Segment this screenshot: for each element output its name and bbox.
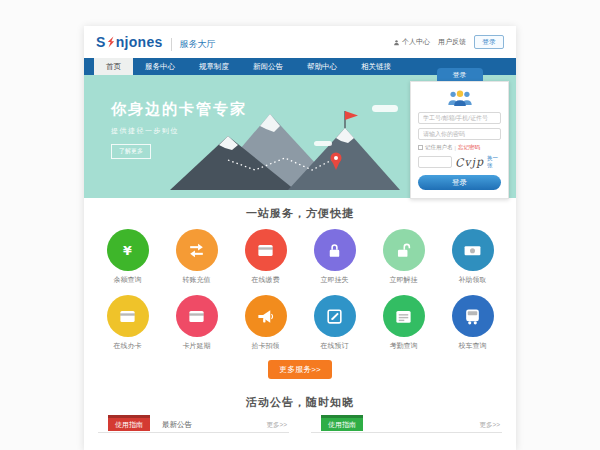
service-icon-circle[interactable]: [452, 295, 494, 337]
service-icon-circle[interactable]: [314, 295, 356, 337]
logo[interactable]: S njones 服务大厅: [96, 34, 216, 51]
panel-header: 使用指南 更多>>: [311, 419, 502, 433]
service-icon-circle[interactable]: [107, 295, 149, 337]
more-services-button[interactable]: 更多服务>>: [268, 360, 331, 379]
site-name: 服务大厅: [171, 38, 216, 51]
service-icon-circle[interactable]: [383, 295, 425, 337]
cloud: [314, 141, 332, 146]
service-icon: [118, 241, 137, 260]
hero-title: 你身边的卡管专家: [111, 100, 247, 119]
service-label: 校车查询: [438, 341, 507, 351]
service-label: 立即挂失: [300, 275, 369, 285]
lightning-icon: [107, 36, 115, 48]
username-input[interactable]: [418, 112, 501, 124]
panel-ribbon-tab[interactable]: 使用指南: [108, 415, 150, 431]
service-label: 立即解挂: [369, 275, 438, 285]
nav-item[interactable]: 帮助中心: [295, 58, 349, 75]
panel-body: [98, 433, 289, 450]
more-link[interactable]: 更多>>: [266, 421, 287, 430]
service-icon: [256, 307, 275, 326]
service-label: 在线办卡: [93, 341, 162, 351]
nav-item[interactable]: 服务中心: [133, 58, 187, 75]
service-item[interactable]: 在线预订: [300, 295, 369, 351]
service-icon: [394, 241, 413, 260]
announcement-panel: 使用指南 更多>>: [311, 419, 502, 450]
logo-text-njones: njones: [116, 34, 163, 50]
service-icon: [118, 307, 137, 326]
service-icon-circle[interactable]: [314, 229, 356, 271]
nav-item[interactable]: 新闻公告: [241, 58, 295, 75]
service-icon-circle[interactable]: [245, 295, 287, 337]
service-icon: [187, 307, 206, 326]
service-item[interactable]: 校车查询: [438, 295, 507, 351]
services-title: 一站服务，方便快捷: [84, 206, 516, 221]
hero-banner: 你身边的卡管专家 提供捷径一步到位 了解更多 登录: [84, 75, 516, 198]
service-item[interactable]: 在线办卡: [93, 295, 162, 351]
service-label: 余额查询: [93, 275, 162, 285]
service-item[interactable]: 在线缴费: [231, 229, 300, 285]
service-item[interactable]: 卡片延期: [162, 295, 231, 351]
panel-secondary-tab[interactable]: 最新公告: [162, 419, 192, 431]
service-icon: [463, 307, 482, 326]
remember-checkbox[interactable]: [418, 145, 423, 150]
nav-item[interactable]: 规章制度: [187, 58, 241, 75]
service-label: 在线缴费: [231, 275, 300, 285]
password-input[interactable]: [418, 128, 501, 140]
panel-body: [311, 433, 502, 450]
service-icon: [256, 241, 275, 260]
captcha-input[interactable]: [418, 156, 452, 168]
captcha-image[interactable]: Cvjp: [455, 155, 485, 170]
users-icon: [446, 89, 474, 106]
announcements-section: 活动公告，随时知晓 使用指南 最新公告 更多>> 使用指南 更多: [84, 395, 516, 450]
more-link[interactable]: 更多>>: [479, 421, 500, 430]
service-icon-circle[interactable]: [107, 229, 149, 271]
hero-cta-button[interactable]: 了解更多: [111, 144, 151, 159]
announcement-panel: 使用指南 最新公告 更多>>: [98, 419, 289, 450]
captcha-row: Cvjp 换一张: [418, 155, 501, 169]
services-grid: 余额查询 转账充值 在线缴费: [93, 229, 507, 351]
forgot-password-link[interactable]: 忘记密码: [458, 144, 480, 151]
service-item[interactable]: 立即挂失: [300, 229, 369, 285]
service-label: 在线预订: [300, 341, 369, 351]
panel-header: 使用指南 最新公告 更多>>: [98, 419, 289, 433]
services-section: 一站服务，方便快捷 余额查询 转账充值: [84, 198, 516, 379]
top-header: S njones 服务大厅 个人中心 用户反馈 登录: [84, 26, 516, 58]
service-item[interactable]: 转账充值: [162, 229, 231, 285]
announcement-panels: 使用指南 最新公告 更多>> 使用指南 更多>>: [84, 419, 516, 450]
service-label: 补助领取: [438, 275, 507, 285]
feedback-link[interactable]: 用户反馈: [438, 37, 466, 47]
service-item[interactable]: 考勤查询: [369, 295, 438, 351]
panel-ribbon-tab[interactable]: 使用指南: [321, 415, 363, 431]
header-login-button[interactable]: 登录: [474, 35, 504, 49]
service-icon-circle[interactable]: [383, 229, 425, 271]
service-item[interactable]: 余额查询: [93, 229, 162, 285]
login-submit-button[interactable]: 登录: [418, 175, 501, 190]
service-icon-circle[interactable]: [452, 229, 494, 271]
service-item[interactable]: 立即解挂: [369, 229, 438, 285]
account-links: 个人中心 用户反馈 登录: [393, 35, 504, 49]
service-label: 卡片延期: [162, 341, 231, 351]
service-icon: [325, 307, 344, 326]
service-item[interactable]: 补助领取: [438, 229, 507, 285]
service-icon-circle[interactable]: [176, 229, 218, 271]
login-tab[interactable]: 登录: [437, 68, 483, 81]
service-icon-circle[interactable]: [176, 295, 218, 337]
service-icon: [325, 241, 344, 260]
service-icon-circle[interactable]: [245, 229, 287, 271]
nav-item[interactable]: 相关链接: [349, 58, 403, 75]
service-label: 转账充值: [162, 275, 231, 285]
service-icon: [463, 241, 482, 260]
cloud: [372, 105, 398, 112]
service-icon: [394, 307, 413, 326]
remember-row: 记住用户名 | 忘记密码: [418, 144, 501, 151]
service-icon: [187, 241, 206, 260]
service-item[interactable]: 拾卡招领: [231, 295, 300, 351]
personal-center-link[interactable]: 个人中心: [393, 37, 430, 47]
page-container: S njones 服务大厅 个人中心 用户反馈 登录 首页 服务中心: [84, 26, 516, 450]
remember-label: 记住用户名: [425, 144, 453, 151]
nav-item[interactable]: 首页: [94, 58, 133, 75]
service-label: 考勤查询: [369, 341, 438, 351]
captcha-refresh-link[interactable]: 换一张: [487, 155, 501, 169]
flag-icon: [345, 111, 358, 120]
login-panel: 登录 记住用户名 | 忘记密码: [410, 68, 509, 199]
